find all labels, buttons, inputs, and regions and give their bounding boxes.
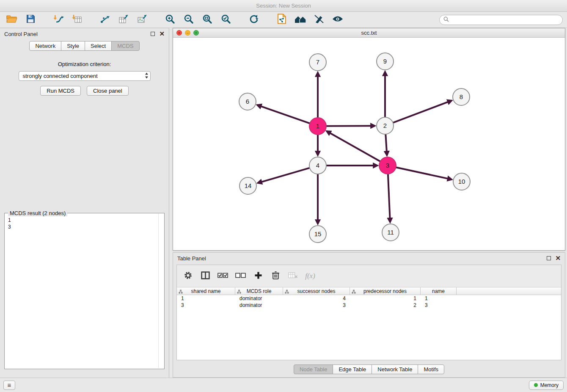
control-panel-tabs: Network Style Select MCDS	[29, 41, 139, 51]
tab-select[interactable]: Select	[85, 41, 112, 51]
list-icon: ≡	[8, 381, 11, 389]
export-image-button[interactable]	[135, 14, 150, 26]
tab-motifs[interactable]: Motifs	[418, 364, 444, 374]
memory-status-icon	[534, 383, 538, 387]
cell-successor-nodes[interactable]: 4	[283, 295, 350, 302]
zoom-out-button[interactable]	[181, 14, 196, 26]
graph-node-label: 15	[314, 230, 322, 237]
mcds-result-group: MCDS result (2 nodes) 1 3	[4, 213, 165, 369]
cell-mcds-role[interactable]: dominator	[235, 302, 283, 309]
delete-table-button[interactable]	[288, 271, 298, 282]
column-type-icon	[237, 289, 241, 295]
delete-row-button[interactable]	[270, 271, 281, 282]
table-panel-close-button[interactable]: ✕	[555, 256, 561, 260]
run-mcds-button[interactable]: Run MCDS	[40, 86, 81, 96]
function-builder-button[interactable]: f(x)	[305, 271, 315, 282]
network-graph[interactable]: 7968124314101511	[173, 38, 565, 250]
graph-edge-2-3[interactable]	[385, 134, 387, 155]
memory-button[interactable]: Memory	[529, 381, 564, 390]
control-panel-float-button[interactable]	[151, 32, 155, 36]
graph-edge-3-10[interactable]	[396, 167, 452, 179]
table-panel-title: Table Panel	[177, 255, 206, 262]
column-header-name[interactable]: name	[421, 287, 457, 295]
column-header-mcds-role[interactable]: MCDS role	[235, 287, 283, 295]
table-panel-float-button[interactable]	[547, 256, 551, 260]
table-settings-button[interactable]	[183, 271, 193, 282]
export-network-button[interactable]	[97, 14, 113, 26]
close-window-button[interactable]: ×	[176, 30, 182, 36]
graph-edge-1-2[interactable]	[326, 126, 375, 126]
graph-edge-1-6[interactable]	[257, 105, 310, 123]
add-row-button[interactable]	[253, 271, 263, 282]
criterion-value: strongly connected component	[23, 73, 145, 79]
cell-mcds-role[interactable]: dominator	[235, 295, 283, 302]
cell-name[interactable]: 3	[421, 302, 457, 309]
tab-style[interactable]: Style	[61, 41, 85, 51]
graph-edge-3-11[interactable]	[388, 174, 390, 222]
brush-slash-icon	[314, 14, 324, 25]
column-header-predecessor-nodes[interactable]: predecessor nodes	[350, 287, 421, 295]
graph-node-label: 7	[316, 58, 319, 66]
minimize-window-button[interactable]: –	[185, 30, 190, 36]
column-header-filler	[457, 287, 561, 295]
zoom-fit-icon	[202, 14, 212, 26]
refresh-button[interactable]	[246, 14, 261, 26]
column-label: predecessor nodes	[363, 288, 407, 294]
cell-predecessor-nodes[interactable]: 1	[350, 295, 421, 302]
close-panel-button[interactable]: Close panel	[87, 86, 129, 96]
table-row[interactable]: 3 dominator 3 2 3	[177, 302, 561, 309]
search-input[interactable]	[451, 17, 559, 23]
cell-name[interactable]: 1	[421, 295, 457, 302]
zoom-in-button[interactable]	[162, 14, 178, 26]
node-table-frame: f(x) shared name MCDS role	[176, 265, 561, 360]
cell-predecessor-nodes[interactable]: 2	[350, 302, 421, 309]
show-columns-button[interactable]	[200, 271, 210, 282]
save-session-button[interactable]	[23, 14, 38, 26]
graph-node-label: 14	[245, 182, 252, 189]
import-network-button[interactable]	[51, 14, 66, 26]
cell-successor-nodes[interactable]: 3	[283, 302, 350, 309]
import-table-button[interactable]	[69, 14, 85, 26]
column-type-icon	[179, 289, 183, 295]
document-share-icon	[277, 14, 286, 26]
export-image-icon	[137, 14, 147, 25]
criterion-dropdown[interactable]: strongly connected component	[19, 71, 151, 81]
zoom-fit-button[interactable]	[200, 14, 215, 26]
document-share-button[interactable]	[274, 14, 289, 26]
export-table-button[interactable]	[116, 14, 131, 26]
main-toolbar	[0, 12, 567, 28]
maximize-window-button[interactable]: +	[193, 30, 199, 36]
network-canvas[interactable]: 7968124314101511	[173, 38, 565, 250]
tab-network[interactable]: Network	[29, 41, 61, 51]
column-header-successor-nodes[interactable]: successor nodes	[283, 287, 350, 295]
table-row[interactable]: 1 dominator 4 1 1	[177, 295, 561, 302]
open-file-button[interactable]	[4, 14, 19, 26]
zoom-out-icon	[184, 14, 194, 26]
show-details-button[interactable]	[330, 14, 345, 26]
column-label: MCDS role	[247, 288, 272, 294]
network-window-titlebar[interactable]: × – + scc.txt	[173, 28, 565, 38]
memory-label: Memory	[540, 382, 559, 388]
graph-edge-2-8[interactable]	[393, 100, 452, 122]
save-icon	[26, 14, 35, 25]
tab-mcds[interactable]: MCDS	[111, 41, 139, 51]
search-box[interactable]	[439, 15, 563, 25]
network-analyzer-button[interactable]	[293, 14, 308, 26]
tab-network-table[interactable]: Network Table	[372, 364, 418, 374]
column-header-shared-name[interactable]: shared name	[177, 287, 235, 295]
graph-edge-3-1[interactable]	[327, 131, 380, 161]
control-panel-close-button[interactable]: ✕	[159, 32, 165, 36]
task-history-button[interactable]: ≡	[3, 381, 15, 390]
gear-icon	[184, 271, 193, 282]
cell-shared-name[interactable]: 1	[177, 295, 235, 302]
select-all-button[interactable]	[217, 271, 228, 282]
table-panel: Table Panel ✕	[173, 252, 565, 378]
graphics-toggle-button[interactable]	[311, 14, 327, 26]
graph-edge-4-14[interactable]	[258, 168, 310, 183]
zoom-selected-button[interactable]	[218, 14, 234, 26]
window-title: Session: New Session	[256, 3, 311, 9]
tab-node-table[interactable]: Node Table	[294, 364, 333, 374]
cell-shared-name[interactable]: 3	[177, 302, 235, 309]
tab-edge-table[interactable]: Edge Table	[333, 364, 372, 374]
deselect-all-button[interactable]	[235, 271, 246, 282]
